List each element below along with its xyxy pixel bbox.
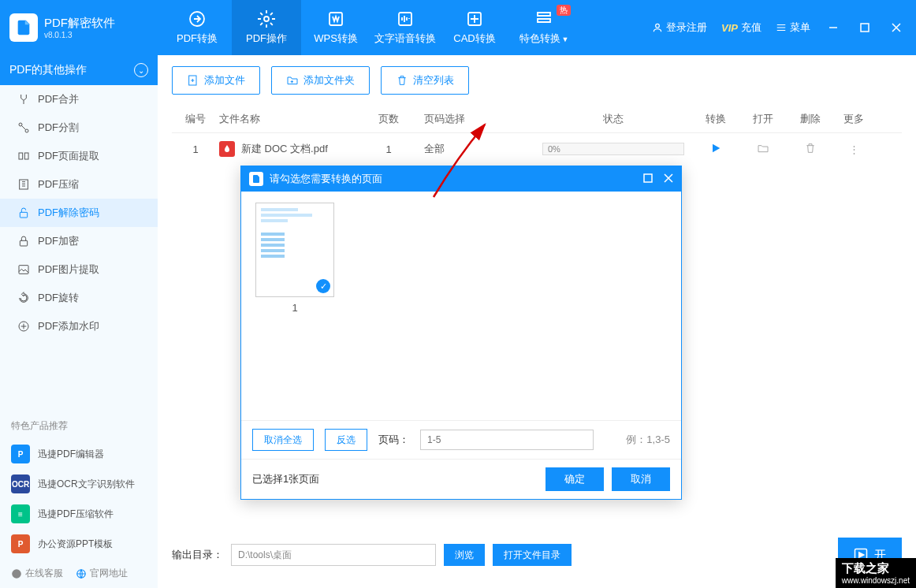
vip-recharge-link[interactable]: VIP充值: [721, 20, 761, 35]
browse-button[interactable]: 浏览: [444, 544, 485, 566]
chevron-down-icon: ▼: [562, 35, 569, 43]
maximize-button[interactable]: [856, 19, 873, 36]
app-version: v8.0.1.3: [44, 31, 115, 39]
svg-point-16: [12, 569, 21, 579]
selected-count: 已选择1张页面: [252, 472, 319, 486]
promo-title: 特色产品推荐: [0, 413, 158, 439]
more-button[interactable]: ⋮: [834, 143, 873, 155]
svg-rect-20: [644, 174, 652, 182]
login-register-link[interactable]: 登录注册: [652, 20, 707, 35]
svg-rect-12: [20, 212, 27, 218]
menu-button[interactable]: 菜单: [776, 20, 810, 35]
deselect-all-button[interactable]: 取消全选: [252, 429, 314, 451]
convert-button[interactable]: [692, 142, 739, 157]
sidebar-item-extract-pages[interactable]: PDF页面提取: [0, 142, 158, 170]
clear-list-button[interactable]: 清空列表: [381, 66, 469, 95]
pdf-file-icon: [219, 141, 235, 157]
app-logo-icon: [9, 13, 38, 42]
watermark: 下载之家 www.windowszj.net: [836, 558, 916, 588]
sidebar-item-remove-password[interactable]: PDF解除密码: [0, 199, 158, 227]
table-header: 编号 文件名称 页数 页码选择 状态 转换 打开 删除 更多: [172, 106, 902, 133]
check-icon: ✓: [316, 279, 330, 293]
tab-special-convert[interactable]: 热特色转换▼: [509, 0, 579, 55]
promo-ocr[interactable]: OCR迅捷OCR文字识别软件: [0, 469, 158, 499]
add-folder-button[interactable]: 添加文件夹: [271, 66, 370, 95]
sidebar-item-merge[interactable]: PDF合并: [0, 85, 158, 114]
table-row: 1 新建 DOC 文档.pdf 1 全部 0% ⋮: [172, 133, 902, 165]
hot-badge: 热: [557, 5, 571, 16]
cancel-button[interactable]: 取消: [612, 467, 670, 491]
tab-pdf-operate[interactable]: PDF操作: [232, 0, 301, 55]
svg-rect-11: [20, 180, 28, 189]
svg-point-1: [264, 17, 269, 21]
chevron-down-icon: ⌄: [134, 63, 148, 77]
app-logo-area: PDF解密软件 v8.0.1.3: [6, 13, 162, 42]
tab-wps-convert[interactable]: WPS转换: [301, 0, 370, 55]
app-title: PDF解密软件: [44, 16, 115, 31]
ok-button[interactable]: 确定: [546, 467, 604, 491]
page-label: 页码：: [378, 433, 409, 447]
online-support-link[interactable]: 在线客服: [11, 567, 63, 580]
svg-rect-13: [20, 240, 27, 246]
close-button[interactable]: [888, 19, 905, 36]
promo-icon: OCR: [11, 474, 30, 493]
main-tabs: PDF转换 PDF操作 WPS转换 文字语音转换 CAD转换 热特色转换▼: [162, 0, 579, 55]
page-select-modal: 请勾选您需要转换的页面 ✓ 1 取消全选 反选 页码：: [240, 166, 682, 500]
output-path-input[interactable]: [231, 544, 436, 566]
promo-icon: P: [11, 445, 30, 463]
sidebar-header[interactable]: PDF的其他操作 ⌄: [0, 55, 158, 85]
sidebar-item-rotate[interactable]: PDF旋转: [0, 284, 158, 312]
modal-logo-icon: [249, 172, 263, 186]
modal-maximize-button[interactable]: [643, 173, 653, 185]
add-file-button[interactable]: 添加文件: [172, 66, 260, 95]
svg-rect-14: [19, 266, 28, 274]
tab-tts-convert[interactable]: 文字语音转换: [370, 0, 440, 55]
page-thumbnail[interactable]: ✓ 1: [252, 203, 337, 314]
svg-rect-10: [24, 153, 28, 159]
open-folder-button[interactable]: 打开文件目录: [493, 544, 572, 566]
promo-icon: ≡: [11, 504, 30, 523]
promo-compress[interactable]: ≡迅捷PDF压缩软件: [0, 499, 158, 529]
promo-icon: P: [11, 534, 30, 553]
page-range-input[interactable]: [420, 430, 594, 450]
invert-selection-button[interactable]: 反选: [325, 429, 367, 451]
minimize-button[interactable]: [825, 19, 842, 36]
promo-pdf-editor[interactable]: P迅捷PDF编辑器: [0, 439, 158, 469]
sidebar-item-compress[interactable]: PDF压缩: [0, 170, 158, 199]
svg-point-5: [656, 24, 660, 28]
sidebar-item-split[interactable]: PDF分割: [0, 114, 158, 142]
promo-ppt[interactable]: P办公资源PPT模板: [0, 529, 158, 559]
sidebar-item-watermark[interactable]: PDF添加水印: [0, 312, 158, 341]
tab-pdf-convert[interactable]: PDF转换: [162, 0, 232, 55]
output-label: 输出目录：: [172, 548, 223, 562]
sidebar-item-encrypt[interactable]: PDF加密: [0, 227, 158, 255]
tab-cad-convert[interactable]: CAD转换: [440, 0, 509, 55]
modal-close-button[interactable]: [664, 173, 673, 185]
delete-button[interactable]: [787, 142, 834, 157]
open-button[interactable]: [739, 142, 787, 157]
sidebar-item-extract-images[interactable]: PDF图片提取: [0, 255, 158, 284]
page-select-cell[interactable]: 全部: [424, 142, 534, 156]
page-example: 例：1,3-5: [626, 433, 670, 447]
modal-title: 请勾选您需要转换的页面: [270, 172, 382, 186]
svg-rect-9: [19, 153, 23, 159]
svg-rect-6: [861, 24, 869, 32]
official-site-link[interactable]: 官网地址: [76, 567, 128, 580]
progress-bar: 0%: [542, 143, 684, 155]
